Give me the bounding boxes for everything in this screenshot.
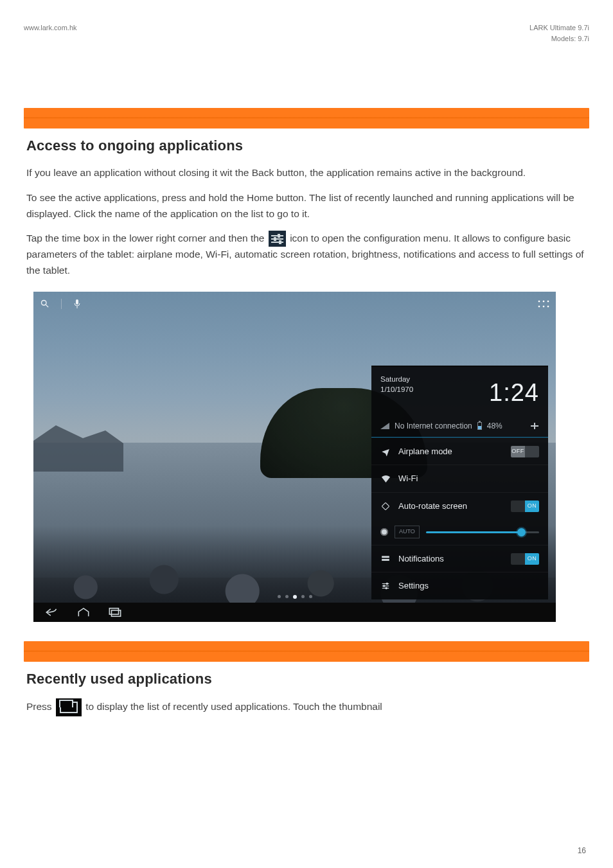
sliders-icon bbox=[269, 231, 286, 247]
svg-rect-14 bbox=[109, 608, 118, 614]
screenshot-navbar bbox=[33, 603, 556, 622]
row-wifi-label: Wi-Fi bbox=[398, 472, 539, 485]
header-model: LARK Ultimate 9.7i Models: 9.7i bbox=[529, 22, 589, 44]
home-icon[interactable] bbox=[77, 607, 90, 617]
para-3a: Tap the time box in the lower right corn… bbox=[26, 233, 265, 244]
home-page-dots bbox=[278, 595, 312, 599]
panel-day: Saturday bbox=[380, 375, 413, 385]
row-notifications-label: Notifications bbox=[398, 553, 503, 565]
svg-rect-2 bbox=[76, 299, 78, 305]
wifi-icon bbox=[380, 475, 391, 483]
svg-line-1 bbox=[46, 305, 48, 308]
panel-date: 1/10/1970 bbox=[380, 385, 413, 395]
header-website: www.lark.com.hk bbox=[24, 22, 77, 44]
airplane-toggle[interactable]: OFF bbox=[511, 446, 539, 457]
svg-rect-13 bbox=[112, 610, 121, 616]
para-recent-b: to display the list of recently used app… bbox=[85, 701, 382, 712]
section-divider bbox=[24, 108, 589, 128]
battery-icon bbox=[477, 422, 482, 430]
panel-header: Saturday 1/10/1970 1:24 bbox=[371, 367, 548, 416]
row-notifications[interactable]: Notifications ON bbox=[371, 545, 548, 572]
row-settings-label: Settings bbox=[398, 580, 539, 592]
svg-point-0 bbox=[42, 301, 47, 306]
row-rotate[interactable]: Auto-rotate screen ON bbox=[371, 492, 548, 520]
row-rotate-label: Auto-rotate screen bbox=[398, 500, 503, 513]
row-brightness[interactable]: AUTO bbox=[371, 519, 548, 545]
section-title-access: Access to ongoing applications bbox=[26, 135, 589, 156]
quick-settings-panel: Saturday 1/10/1970 1:24 No Internet conn… bbox=[371, 366, 548, 599]
mic-icon[interactable] bbox=[73, 299, 81, 309]
panel-status-text: No Internet connection bbox=[395, 420, 472, 432]
airplane-icon bbox=[380, 447, 391, 456]
brightness-auto-label[interactable]: AUTO bbox=[395, 526, 420, 538]
back-icon[interactable] bbox=[45, 607, 59, 617]
page-header: www.lark.com.hk LARK Ultimate 9.7i Model… bbox=[24, 22, 589, 44]
header-model-codes: Models: 9.7i bbox=[529, 33, 589, 44]
rotate-toggle[interactable]: ON bbox=[511, 500, 539, 512]
brightness-slider[interactable] bbox=[426, 531, 539, 533]
recent-apps-icon bbox=[56, 698, 82, 716]
para-recent-a: Press bbox=[26, 701, 52, 712]
topbar-divider bbox=[61, 299, 62, 309]
apps-icon[interactable] bbox=[538, 300, 549, 308]
row-airplane-label: Airplane mode bbox=[398, 445, 503, 458]
page-number: 16 bbox=[578, 845, 586, 856]
notifications-toggle[interactable]: ON bbox=[511, 553, 539, 565]
notifications-icon bbox=[380, 555, 391, 563]
tablet-screenshot: Saturday 1/10/1970 1:24 No Internet conn… bbox=[33, 292, 556, 622]
svg-rect-5 bbox=[382, 556, 389, 558]
row-settings[interactable]: Settings bbox=[371, 572, 548, 599]
brightness-icon bbox=[380, 528, 388, 536]
recent-icon[interactable] bbox=[108, 607, 122, 617]
row-airplane[interactable]: Airplane mode OFF bbox=[371, 438, 548, 465]
row-wifi[interactable]: Wi-Fi bbox=[371, 465, 548, 492]
toggle-off-label: OFF bbox=[511, 446, 525, 457]
battery-percent: 48% bbox=[487, 420, 502, 432]
svg-rect-4 bbox=[382, 502, 389, 510]
toggle-on-label: ON bbox=[525, 500, 539, 512]
para-recent: Press to display the list of recently us… bbox=[26, 698, 589, 716]
quick-settings-icon[interactable] bbox=[530, 423, 539, 429]
svg-point-12 bbox=[386, 588, 387, 589]
para-1: If you leave an application without clos… bbox=[26, 165, 589, 181]
signal-icon bbox=[380, 423, 389, 429]
para-3: Tap the time box in the lower right corn… bbox=[26, 231, 589, 279]
svg-point-11 bbox=[384, 585, 385, 587]
rotate-icon bbox=[380, 502, 391, 511]
svg-rect-6 bbox=[382, 559, 389, 561]
search-icon[interactable] bbox=[40, 299, 49, 308]
toggle-on-label-2: ON bbox=[525, 553, 539, 565]
screenshot-topbar bbox=[40, 297, 549, 311]
header-model-name: LARK Ultimate 9.7i bbox=[529, 22, 589, 33]
wallpaper-hills bbox=[33, 420, 123, 472]
panel-clock: 1:24 bbox=[489, 375, 539, 411]
section-title-recent: Recently used applications bbox=[26, 668, 589, 689]
section-divider-2 bbox=[24, 641, 589, 662]
settings-icon bbox=[380, 581, 391, 590]
panel-status-row: No Internet connection 48% bbox=[371, 416, 548, 438]
para-2: To see the active applications, press an… bbox=[26, 190, 589, 222]
svg-point-10 bbox=[386, 583, 387, 585]
